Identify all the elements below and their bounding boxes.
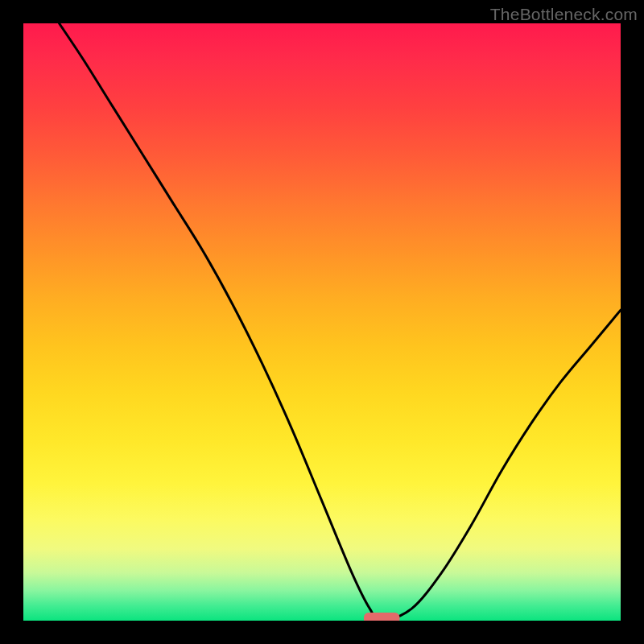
optimal-marker (364, 613, 400, 621)
plot-area (23, 23, 621, 621)
curve-svg (23, 23, 621, 621)
watermark: TheBottleneck.com (490, 5, 638, 24)
bottleneck-curve (60, 23, 621, 621)
chart-frame: TheBottleneck.com (0, 0, 644, 644)
